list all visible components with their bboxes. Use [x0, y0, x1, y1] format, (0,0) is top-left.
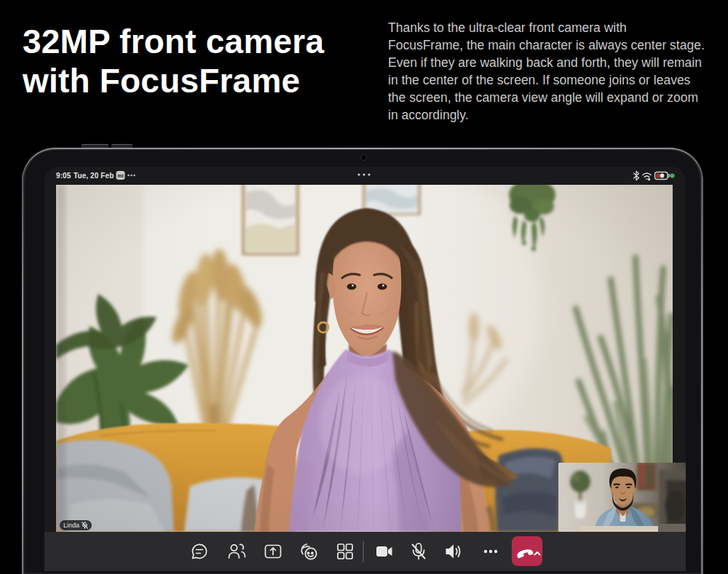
svg-text:mi: mi — [117, 173, 123, 178]
